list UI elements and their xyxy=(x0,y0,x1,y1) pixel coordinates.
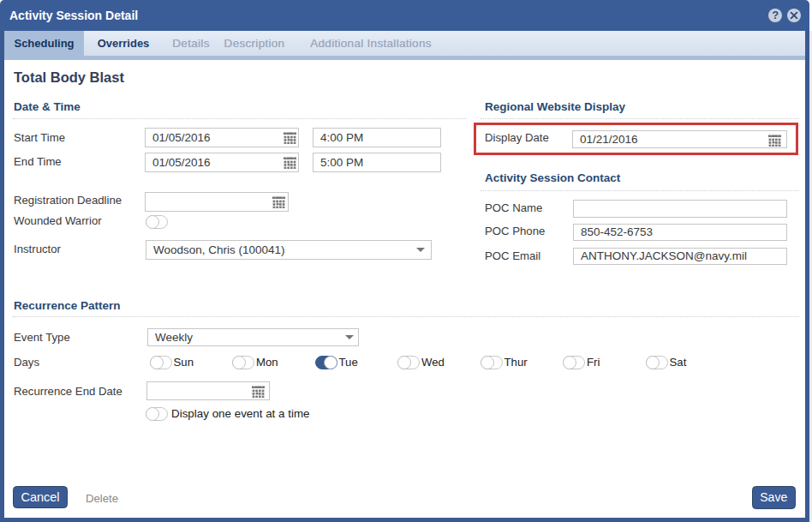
svg-text:?: ? xyxy=(772,9,779,21)
